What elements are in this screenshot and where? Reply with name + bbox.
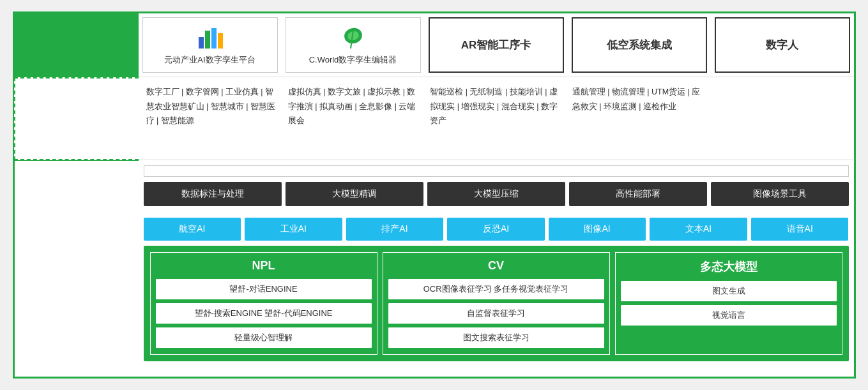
green-sub-item-0-2: 轻量级心智理解 bbox=[156, 327, 372, 348]
dark-tool-4: 图像场景工具 bbox=[711, 182, 849, 206]
svg-rect-2 bbox=[211, 28, 217, 49]
dark-tool-1: 大模型精调 bbox=[286, 182, 423, 206]
product-name: 数字人 bbox=[766, 38, 798, 52]
luodi-items-row: 数字工厂 | 数字管网 | 工业仿真 | 智慧农业智慧矿山 | 智慧城市 | 智… bbox=[139, 77, 855, 160]
luodi-item-2: 智能巡检 | 无纸制造 | 技能培训 | 虚拟现实 | 增强现实 | 混合现实 … bbox=[425, 82, 567, 154]
green-card-title-2: 多态大模型 bbox=[621, 259, 837, 274]
green-sub-item-1-2: 图文搜索表征学习 bbox=[388, 327, 604, 348]
green-card-0: NPL望舒-对话ENGINE望舒-搜索ENGINE 望舒-代码ENGINE轻量级… bbox=[150, 252, 377, 355]
green-card-2: 多态大模型图文生成视觉语言 bbox=[615, 252, 842, 355]
luodi-item-3: 通航管理 | 物流管理 | UTM货运 | 应急救灾 | 环境监测 | 巡检作业 bbox=[567, 82, 709, 154]
dark-tools-row: 数据标注与处理大模型精调大模型压缩高性能部署图像场景工具 bbox=[144, 182, 849, 206]
ai-pill-5: 文本AI bbox=[650, 218, 747, 241]
green-bottom: NPL望舒-对话ENGINE望舒-搜索ENGINE 望舒-代码ENGINE轻量级… bbox=[144, 246, 849, 361]
product-name: AR智能工序卡 bbox=[461, 38, 531, 52]
product-card-lowsky: 低空系统集成 bbox=[572, 17, 707, 73]
ai-pill-4: 图像AI bbox=[549, 218, 646, 241]
main-container: 元动产业AI数字孪生平台 C.World数字孪生编辑器AR智能工序卡低空系统集成… bbox=[13, 11, 856, 379]
green-sub-item-2-0: 图文生成 bbox=[621, 281, 837, 301]
left-luodi bbox=[14, 77, 139, 160]
product-name: 元动产业AI数字孪生平台 bbox=[164, 54, 255, 66]
green-sub-item-0-1: 望舒-搜索ENGINE 望舒-代码ENGINE bbox=[156, 303, 372, 324]
products-row: 元动产业AI数字孪生平台 C.World数字孪生编辑器AR智能工序卡低空系统集成… bbox=[139, 13, 855, 77]
green-sub-item-1-1: 自监督表征学习 bbox=[388, 303, 604, 324]
left-header bbox=[14, 13, 139, 77]
ai-pills-row: 航空AI工业AI排产AI反恐AI图像AI文本AI语音AI bbox=[144, 218, 849, 241]
product-card-digital_human: 数字人 bbox=[715, 17, 850, 73]
green-sub-item-2-1: 视觉语言 bbox=[621, 305, 837, 326]
dark-tool-3: 高性能部署 bbox=[569, 182, 707, 206]
green-sub-item-0-0: 望舒-对话ENGINE bbox=[156, 279, 372, 299]
luodi-item-0: 数字工厂 | 数字管网 | 工业仿真 | 智慧农业智慧矿山 | 智慧城市 | 智… bbox=[141, 82, 283, 154]
product-name: C.World数字孪生编辑器 bbox=[309, 54, 397, 66]
dark-tool-2: 大模型压缩 bbox=[427, 182, 565, 206]
luodi-item-1: 虚拟仿真 | 数字文旅 | 虚拟示教 | 数字推演 | 拟真动画 | 全息影像 … bbox=[283, 82, 425, 154]
green-card-title-0: NPL bbox=[156, 259, 372, 273]
ai-pill-6: 语音AI bbox=[751, 218, 849, 241]
ai-pill-3: 反恐AI bbox=[447, 218, 545, 241]
green-card-1: CVOCR图像表征学习 多任务视觉表征学习自监督表征学习图文搜索表征学习 bbox=[383, 252, 610, 355]
ai-pill-1: 工业AI bbox=[245, 218, 342, 241]
product-card-yuandong: 元动产业AI数字孪生平台 bbox=[142, 17, 278, 73]
product-card-cworld: C.World数字孪生编辑器 bbox=[286, 17, 421, 73]
luodi-item-4 bbox=[709, 82, 851, 154]
big-model-tools-box bbox=[144, 165, 849, 177]
left-model bbox=[14, 160, 139, 377]
green-sub-item-1-0: OCR图像表征学习 多任务视觉表征学习 bbox=[388, 279, 604, 299]
green-card-title-1: CV bbox=[388, 259, 604, 273]
bar_chart-icon bbox=[196, 24, 224, 54]
product-name: 低空系统集成 bbox=[607, 38, 672, 52]
svg-rect-0 bbox=[199, 37, 204, 49]
right-model: 数据标注与处理大模型精调大模型压缩高性能部署图像场景工具 航空AI工业AI排产A… bbox=[139, 160, 855, 377]
ai-pill-0: 航空AI bbox=[144, 218, 241, 241]
ai-pill-2: 排产AI bbox=[346, 218, 444, 241]
dark-tool-0: 数据标注与处理 bbox=[144, 182, 282, 206]
leaf-icon bbox=[339, 24, 367, 54]
svg-rect-3 bbox=[218, 33, 223, 49]
svg-rect-1 bbox=[205, 31, 210, 49]
product-card-ar: AR智能工序卡 bbox=[429, 17, 564, 73]
